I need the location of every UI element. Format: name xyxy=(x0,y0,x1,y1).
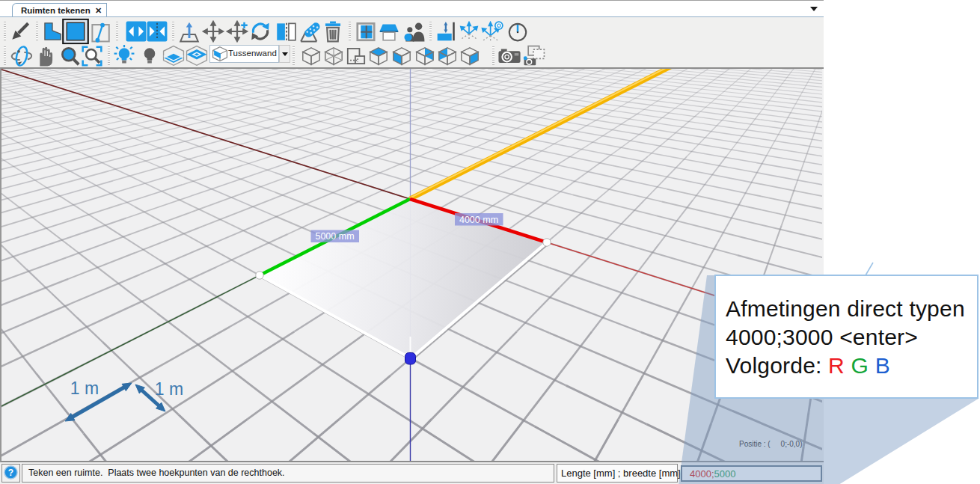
svg-text:5000 mm: 5000 mm xyxy=(315,231,354,242)
svg-text:1 m: 1 m xyxy=(155,379,183,399)
svg-text:?: ? xyxy=(8,468,13,478)
svg-text:1 m: 1 m xyxy=(70,379,99,398)
svg-text:4000 mm: 4000 mm xyxy=(459,215,498,225)
svg-text:Positie : ( 0;-0,0): Positie : ( 0;-0,0) xyxy=(739,440,802,448)
